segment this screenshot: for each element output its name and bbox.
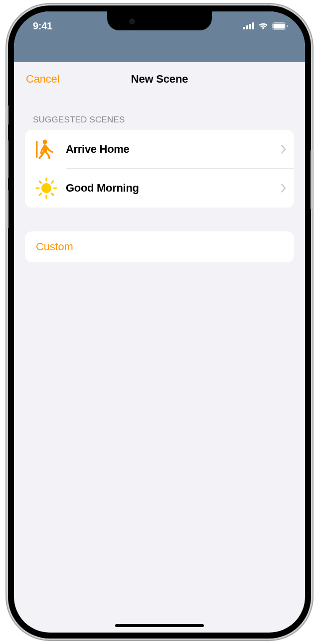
content: SUGGESTED SCENES Arrive Home (14, 96, 305, 262)
arrive-home-icon (34, 139, 59, 160)
svg-rect-7 (36, 141, 38, 158)
status-time: 9:41 (33, 20, 52, 32)
notch (107, 11, 212, 30)
svg-rect-6 (287, 25, 288, 27)
svg-line-15 (52, 194, 54, 196)
page-title: New Scene (131, 73, 188, 86)
nav-bar: Cancel New Scene (14, 62, 305, 96)
phone-frame: 9:41 (8, 5, 311, 639)
cellular-icon (243, 22, 254, 29)
power-button (311, 150, 313, 210)
cancel-button[interactable]: Cancel (26, 73, 59, 86)
custom-button[interactable]: Custom (25, 231, 294, 262)
svg-point-8 (43, 140, 47, 144)
good-morning-icon (34, 178, 59, 199)
volume-up-button (6, 140, 8, 179)
scene-good-morning[interactable]: Good Morning (25, 169, 294, 208)
svg-line-14 (39, 181, 41, 183)
svg-rect-5 (274, 23, 285, 28)
phone-screen: 9:41 (14, 11, 305, 633)
chevron-right-icon (281, 145, 286, 154)
svg-point-9 (41, 183, 51, 193)
header-background (14, 40, 305, 62)
section-header: SUGGESTED SCENES (25, 115, 294, 130)
scene-label: Arrive Home (66, 143, 281, 156)
chevron-right-icon (281, 184, 286, 193)
suggested-scenes-list: Arrive Home (25, 130, 294, 208)
svg-rect-0 (243, 27, 245, 29)
home-indicator[interactable] (115, 624, 204, 627)
scene-arrive-home[interactable]: Arrive Home (25, 130, 294, 169)
scene-label: Good Morning (66, 182, 281, 195)
svg-line-17 (39, 194, 41, 196)
svg-rect-1 (246, 25, 248, 29)
svg-line-16 (52, 181, 54, 183)
svg-rect-2 (249, 24, 251, 29)
svg-rect-3 (252, 22, 254, 29)
wifi-icon (258, 22, 269, 30)
volume-down-button (6, 190, 8, 228)
silence-switch (6, 105, 8, 125)
battery-icon (272, 22, 288, 30)
custom-scene-group: Custom (25, 231, 294, 262)
status-icons (243, 22, 288, 30)
